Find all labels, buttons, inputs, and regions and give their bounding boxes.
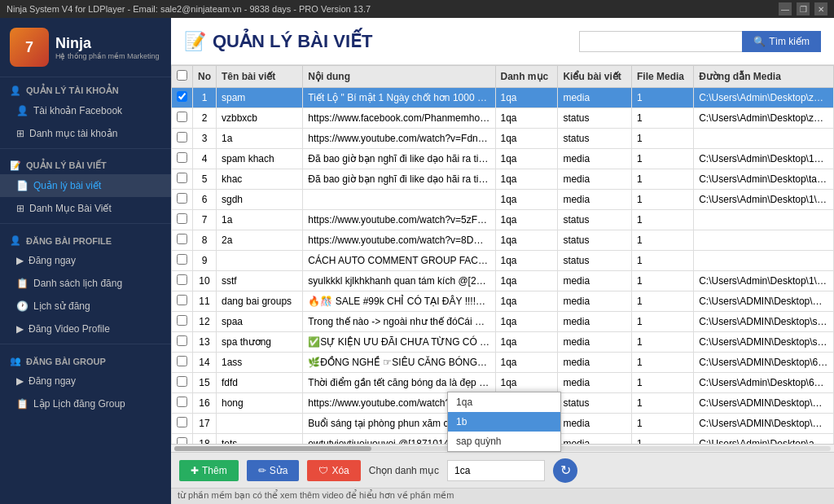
row-kieu: media bbox=[558, 149, 632, 169]
row-danh-muc: 1qa bbox=[495, 169, 558, 190]
row-file: 1 bbox=[631, 129, 693, 149]
table-row[interactable]: 9 CÁCH AUTO COMMENT GROUP FACEBOOK T... … bbox=[172, 251, 834, 271]
row-checkbox[interactable] bbox=[177, 356, 187, 366]
row-danh-muc: 1qa bbox=[495, 149, 558, 169]
row-checkbox-cell[interactable] bbox=[172, 88, 193, 108]
row-kieu: media bbox=[558, 169, 632, 190]
delete-button[interactable]: 🛡 Xóa bbox=[307, 460, 360, 481]
minimize-btn[interactable]: — bbox=[779, 2, 792, 15]
table-row[interactable]: 5 khac Đã bao giờ bạn nghĩ đi like dạo h… bbox=[172, 169, 834, 190]
row-checkbox-cell[interactable] bbox=[172, 353, 193, 373]
close-btn[interactable]: ✕ bbox=[814, 2, 827, 15]
confirm-button[interactable]: ↻ bbox=[553, 458, 577, 483]
sidebar-item-dang-ngay-group[interactable]: ▶ Đăng ngay bbox=[0, 370, 171, 392]
col-danh-muc: Danh mục bbox=[495, 66, 558, 88]
table-row[interactable]: 12 spaa Trong thế nào -> ngoài như thế đ… bbox=[172, 312, 834, 332]
row-kieu: media bbox=[558, 190, 632, 210]
sidebar-item-lich-su-dang[interactable]: 🕐 Lịch sử đăng bbox=[0, 295, 171, 318]
sidebar-item-dang-ngay-profile[interactable]: ▶ Đăng ngay bbox=[0, 249, 171, 272]
dropdown-option-1qa[interactable]: 1qa bbox=[448, 392, 560, 412]
row-duong-dan bbox=[694, 129, 834, 149]
row-checkbox-cell[interactable] bbox=[172, 210, 193, 230]
row-duong-dan: C:\Users\ADMIN\Desktop\Ne... bbox=[694, 414, 834, 434]
row-checkbox-cell[interactable] bbox=[172, 393, 193, 414]
video-icon: ▶ bbox=[16, 323, 24, 335]
row-checkbox-cell[interactable] bbox=[172, 190, 193, 210]
row-checkbox-cell[interactable] bbox=[172, 251, 193, 271]
sidebar-item-danh-muc-bai-viet[interactable]: ⊞ Danh Mục Bài Viết bbox=[0, 197, 171, 220]
row-checkbox-cell[interactable] bbox=[172, 230, 193, 251]
row-danh-muc: 1qa bbox=[495, 230, 558, 251]
row-checkbox[interactable] bbox=[177, 295, 187, 305]
row-checkbox[interactable] bbox=[177, 152, 187, 163]
add-button[interactable]: ✚ Thêm bbox=[179, 460, 239, 481]
row-checkbox[interactable] bbox=[177, 376, 187, 387]
row-checkbox-cell[interactable] bbox=[172, 434, 193, 445]
sidebar-item-tai-khoan-facebook[interactable]: 👤 Tài khoản Facebook bbox=[0, 99, 171, 122]
row-checkbox[interactable] bbox=[177, 213, 187, 224]
row-checkbox-cell[interactable] bbox=[172, 129, 193, 149]
row-checkbox[interactable] bbox=[177, 112, 187, 122]
row-checkbox[interactable] bbox=[177, 173, 187, 183]
sidebar-item-dang-video-profile[interactable]: ▶ Đăng Video Profile bbox=[0, 318, 171, 340]
row-checkbox[interactable] bbox=[177, 193, 187, 204]
row-checkbox[interactable] bbox=[177, 315, 187, 326]
dropdown-option-sap-quynh[interactable]: sap quỳnh bbox=[448, 432, 560, 451]
table-row[interactable]: 4 spam khach Đã bao giờ bạn nghĩ đi like… bbox=[172, 149, 834, 169]
row-checkbox[interactable] bbox=[177, 234, 187, 244]
table-row[interactable]: 1 spam Tiết Lộ " Bí mật 1 Ngày chốt hơn … bbox=[172, 88, 834, 108]
table-row[interactable]: 7 1a https://www.youtube.com/watch?v=5zF… bbox=[172, 210, 834, 230]
row-checkbox-cell[interactable] bbox=[172, 271, 193, 291]
profile-icon: 👤 bbox=[10, 235, 21, 246]
row-checkbox[interactable] bbox=[177, 437, 187, 444]
table-row[interactable]: 14 1ass 🌿ĐỒNG NGHỀ ☞SIÊU CĂNG BÓNG☞SIÊU … bbox=[172, 353, 834, 373]
row-checkbox-cell[interactable] bbox=[172, 414, 193, 434]
maximize-btn[interactable]: ❐ bbox=[797, 2, 810, 15]
table-row[interactable]: 8 2a https://www.youtube.com/watch?v=8DW… bbox=[172, 230, 834, 251]
row-checkbox[interactable] bbox=[177, 91, 187, 102]
category-dropdown-wrapper: 1ca 1qa 1b sap quỳnh 1qa 1b sap quỳnh bbox=[447, 460, 545, 481]
row-checkbox-cell[interactable] bbox=[172, 169, 193, 190]
row-checkbox[interactable] bbox=[177, 254, 187, 265]
table-row[interactable]: 13 spa thương ✅SỰ KIỆN ƯU ĐÃI CHƯA TỪNG … bbox=[172, 332, 834, 353]
row-kieu: media bbox=[558, 312, 632, 332]
row-checkbox-cell[interactable] bbox=[172, 332, 193, 353]
doc-icon: 📄 bbox=[16, 180, 29, 191]
table-row[interactable]: 6 sgdh 1qa media 1 C:\Users\Admin\Deskto… bbox=[172, 190, 834, 210]
section-title-dang-bai-profile: 👤 ĐĂNG BÀI PROFILE bbox=[0, 227, 171, 249]
row-file: 1 bbox=[631, 353, 693, 373]
row-checkbox-cell[interactable] bbox=[172, 108, 193, 129]
row-checkbox[interactable] bbox=[177, 335, 187, 346]
table-row[interactable]: 11 dang bai groups 🔥🎊 SALE #99k CHỈ CÓ T… bbox=[172, 291, 834, 312]
row-checkbox[interactable] bbox=[177, 132, 187, 142]
edit-button[interactable]: ✏ Sửa bbox=[247, 460, 300, 481]
sidebar-item-lap-lich-dang-group[interactable]: 📋 Lập Lịch đăng Group bbox=[0, 392, 171, 415]
category-label: Chọn danh mục bbox=[369, 465, 439, 476]
row-duong-dan: C:\Users\Admin\Desktop\anh... bbox=[694, 434, 834, 445]
table-row[interactable]: 10 sstf syulkkkl kjlkhkhanh quan tám kíc… bbox=[172, 271, 834, 291]
select-all-checkbox[interactable] bbox=[177, 70, 187, 81]
row-noi-dung: ✅SỰ KIỆN ƯU ĐÃI CHƯA TỪNG CÓ TẠI SPA ... bbox=[303, 332, 495, 353]
table-row[interactable]: 3 1a https://www.youtube.com/watch?v=Fdn… bbox=[172, 129, 834, 149]
search-input[interactable] bbox=[579, 31, 742, 52]
row-file: 1 bbox=[631, 108, 693, 129]
row-checkbox-cell[interactable] bbox=[172, 312, 193, 332]
row-noi-dung: Tiết Lộ " Bí mật 1 Ngày chốt hơn 1000 đơ… bbox=[303, 88, 495, 108]
table-row[interactable]: 15 fdfd Thời điểm gần tết căng bóng da l… bbox=[172, 373, 834, 393]
row-checkbox[interactable] bbox=[177, 274, 187, 285]
category-select[interactable]: 1ca 1qa 1b sap quỳnh bbox=[447, 460, 545, 481]
row-checkbox[interactable] bbox=[177, 397, 187, 407]
row-checkbox-cell[interactable] bbox=[172, 373, 193, 393]
row-danh-muc: 1qa bbox=[495, 210, 558, 230]
sidebar-item-danh-sach-lich-dang[interactable]: 📋 Danh sách lịch đăng bbox=[0, 272, 171, 295]
row-checkbox[interactable] bbox=[177, 417, 187, 427]
sidebar-item-quan-ly-bai-viet[interactable]: 📄 Quản lý bài viết bbox=[0, 174, 171, 197]
dropdown-option-1b[interactable]: 1b bbox=[448, 412, 560, 432]
row-checkbox-cell[interactable] bbox=[172, 291, 193, 312]
col-ten-bai-viet: Tên bài viết bbox=[217, 66, 303, 88]
table-row[interactable]: 2 vzbbxcb https://www.facebook.com/Phanm… bbox=[172, 108, 834, 129]
sidebar-item-danh-muc-tai-khoan[interactable]: ⊞ Danh mục tài khoản bbox=[0, 122, 171, 145]
search-button[interactable]: 🔍 Tìm kiếm bbox=[742, 31, 821, 52]
table-header: No Tên bài viết Nội dung Danh mục Kiểu b… bbox=[172, 66, 834, 88]
row-checkbox-cell[interactable] bbox=[172, 149, 193, 169]
